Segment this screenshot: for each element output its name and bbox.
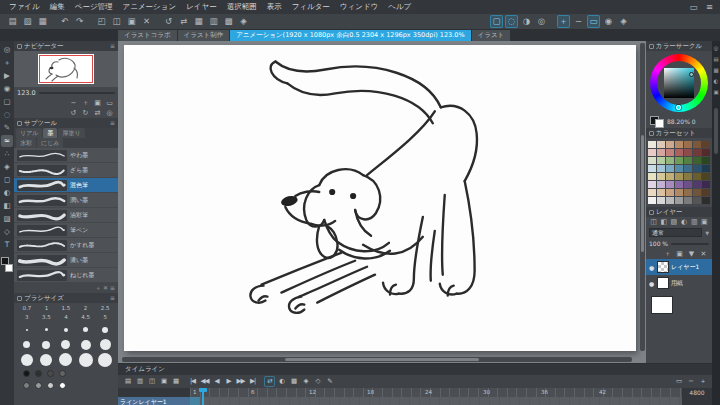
app-menu-icon[interactable]: ≡ (703, 1, 716, 14)
brush-item[interactable]: やわ墨 (14, 148, 118, 163)
color-swatch[interactable] (684, 181, 692, 188)
panel-menu-icon[interactable]: ≡ (110, 118, 115, 128)
menu-item[interactable]: ウィンドウ (335, 0, 383, 14)
brush-size-dot[interactable] (81, 340, 91, 350)
brush-item[interactable]: ねじれ墨 (14, 268, 118, 283)
active-frame-cell[interactable] (190, 397, 200, 405)
frame-rate-icon[interactable]: ▭ (673, 376, 684, 387)
workspace-icon[interactable]: ▭ (687, 1, 700, 14)
selection-border-icon[interactable]: ◎ (535, 15, 548, 28)
merge-down-icon[interactable]: ▼ (686, 250, 697, 259)
color-swatch[interactable] (657, 189, 665, 196)
color-slider-tab-icon[interactable]: ▤ (713, 56, 720, 63)
color-swatch[interactable] (666, 173, 674, 180)
layer-row[interactable]: ●レイヤー1 (646, 259, 712, 275)
go-to-start-button[interactable]: |◀ (187, 376, 198, 387)
brush-size-value[interactable]: 4.5 (76, 313, 96, 322)
gradient-tool-icon[interactable]: ▨ (1, 213, 13, 225)
foreground-background-swatch[interactable] (1, 257, 13, 272)
figure-tool-icon[interactable]: ◇ (1, 226, 13, 238)
paste-icon[interactable]: ▣ (125, 15, 138, 28)
actual-pixels-icon[interactable]: ◉ (602, 15, 615, 28)
canvas-horizontal-scrollbar[interactable] (122, 357, 632, 362)
brush-size-dot[interactable] (23, 341, 30, 348)
blend-mode-select[interactable]: 通常 (649, 228, 702, 237)
timeline-track-cells[interactable] (190, 397, 682, 405)
brush-size-dot[interactable] (26, 329, 28, 331)
subtool-group-tab[interactable]: 水彩 (16, 138, 36, 148)
brush-tool-icon[interactable]: ≈ (1, 135, 13, 147)
brush-size-dot[interactable] (40, 354, 52, 366)
redo-icon[interactable]: ↷ (73, 15, 86, 28)
color-swatch[interactable] (693, 181, 701, 188)
eraser-tool-icon[interactable]: ◻ (1, 174, 13, 186)
menu-item[interactable]: レイヤー (181, 0, 222, 14)
brush-size-dot[interactable] (64, 328, 68, 332)
hue-marker[interactable] (676, 105, 681, 110)
brush-size-dot[interactable] (102, 327, 108, 333)
onion-skin-icon[interactable]: ◐ (276, 376, 287, 387)
invert-selection-icon[interactable]: ◑ (520, 15, 533, 28)
prev-frame-button[interactable]: ◀◀ (199, 376, 210, 387)
zoom-in-icon[interactable]: ＋ (557, 15, 570, 28)
save-icon[interactable]: ▦ (36, 15, 49, 28)
color-swatch[interactable] (684, 189, 692, 196)
move-tool-icon[interactable]: ＋ (1, 57, 13, 69)
brush-size-value[interactable]: 1.5 (56, 304, 76, 313)
brush-size-dot[interactable] (59, 353, 72, 366)
color-wheel[interactable] (650, 54, 708, 112)
zoom-tool-icon[interactable]: ◎ (1, 44, 13, 56)
text-tool-icon[interactable]: T (1, 239, 13, 251)
brush-size-dot[interactable] (42, 341, 50, 349)
panel-menu-icon[interactable]: ≡ (110, 41, 115, 51)
fit-window-icon[interactable]: ▭ (104, 99, 115, 108)
brush-size-dot[interactable] (98, 353, 112, 367)
pen-tool-icon[interactable]: ✎ (1, 122, 13, 134)
brush-size-dot[interactable] (100, 339, 111, 350)
next-frame-button[interactable]: ▶▶ (235, 376, 246, 387)
quick-color-swatch[interactable] (23, 382, 30, 389)
color-swatch[interactable] (675, 197, 683, 204)
history-tab-icon[interactable]: ▣ (713, 89, 720, 96)
zoom-out-icon[interactable]: − (572, 15, 585, 28)
timeline-zoom-out-icon[interactable]: − (685, 376, 696, 387)
auto-select-tool-icon[interactable]: ◌ (1, 109, 13, 121)
color-swatch[interactable] (684, 141, 692, 148)
color-swatch[interactable] (648, 197, 656, 204)
delete-subtool-icon[interactable]: ✕ (103, 283, 108, 293)
new-cel-icon[interactable]: ◫ (146, 376, 157, 387)
add-subtool-icon[interactable]: ＋ (95, 283, 101, 293)
document-tab[interactable]: イラスト制作 (178, 30, 230, 41)
brush-item[interactable]: 筆ペン (14, 223, 118, 238)
subtool-menu-icon[interactable]: ≡ (110, 283, 115, 293)
light-table-icon[interactable]: ▦ (170, 376, 181, 387)
selection-tool-icon[interactable]: ▢ (1, 96, 13, 108)
timeline-frame-ruler[interactable]: 16121824303642 (190, 388, 682, 397)
layer-visible-icon[interactable]: ● (648, 264, 655, 271)
navigator-view-rect[interactable] (39, 55, 93, 83)
color-swatch[interactable] (684, 173, 692, 180)
timeline-track-label[interactable]: ラインレイヤー1 (118, 397, 190, 405)
color-swatch[interactable] (675, 189, 683, 196)
decoration-tool-icon[interactable]: ◈ (1, 161, 13, 173)
color-swatch[interactable] (675, 181, 683, 188)
brush-size-value[interactable]: 2 (76, 304, 96, 313)
menu-item[interactable]: ファイル (4, 0, 45, 14)
toolbar-settings-icon[interactable]: ◈ (617, 15, 630, 28)
new-folder-icon[interactable]: ▣ (674, 250, 685, 259)
copy-icon[interactable]: ◫ (110, 15, 123, 28)
color-swatch[interactable] (666, 189, 674, 196)
menu-item[interactable]: 編集 (45, 0, 70, 14)
delete-icon[interactable]: ✕ (140, 15, 153, 28)
brush-item[interactable]: 潤い墨 (14, 193, 118, 208)
color-swatch[interactable] (693, 165, 701, 172)
color-swatch[interactable] (693, 149, 701, 156)
color-swatch[interactable] (648, 149, 656, 156)
color-swatch[interactable] (684, 149, 692, 156)
color-swatch[interactable] (648, 165, 656, 172)
brush-size-value[interactable]: 0.7 (17, 304, 37, 313)
brush-size-dot[interactable] (45, 328, 48, 331)
undo-icon[interactable]: ↶ (58, 15, 71, 28)
quick-color-swatch[interactable] (35, 370, 42, 377)
subtool-group-tab[interactable]: リアル (16, 128, 42, 138)
